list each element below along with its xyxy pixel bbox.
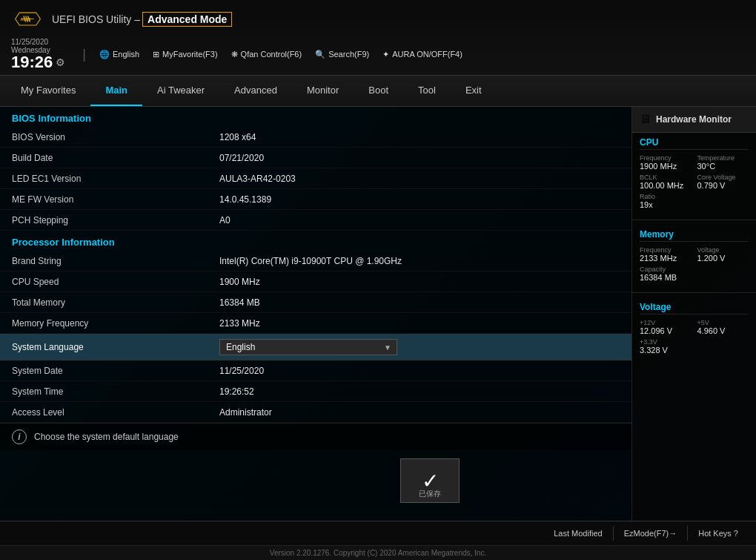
settings-gear-icon[interactable]: ⚙ xyxy=(56,56,65,68)
tab-main[interactable]: Main xyxy=(90,76,142,106)
tab-monitor[interactable]: Monitor xyxy=(292,76,354,106)
hw-divider xyxy=(632,220,756,220)
system-time-value: 19:26:52 xyxy=(219,386,620,397)
system-date-label: System Date xyxy=(12,366,219,376)
copyright-text: Version 2.20.1276. Copyright (C) 2020 Am… xyxy=(0,545,756,560)
datetime-block: 11/25/2020 Wednesday 19:26 ⚙ xyxy=(11,38,65,70)
language-label: English xyxy=(113,50,139,59)
sidebar-item-my-favorites[interactable]: My Favorites xyxy=(6,76,90,106)
cpu-temp-label: Temperature xyxy=(697,154,749,162)
cpu-ratio-label: Ratio xyxy=(640,193,749,200)
me-fw-value: 14.0.45.1389 xyxy=(219,194,620,205)
hw-metric: Ratio 19x xyxy=(640,193,749,209)
system-language-label: System Language xyxy=(12,342,219,352)
table-row: Total Memory 16384 MB xyxy=(0,292,631,313)
system-language-select[interactable]: English Chinese Japanese German French S… xyxy=(219,339,397,355)
hw-memory-metrics: Frequency 2133 MHz Voltage 1.200 V xyxy=(640,246,749,263)
hw-memory-section: Memory Frequency 2133 MHz Voltage 1.200 … xyxy=(632,225,756,288)
total-memory-label: Total Memory xyxy=(12,297,219,308)
cpu-freq-value: 1900 MHz xyxy=(640,162,692,171)
toolbar-aura[interactable]: ✦ AURA ON/OFF(F4) xyxy=(382,50,462,59)
hw-cpu-section: CPU Frequency 1900 MHz Temperature 30°C … xyxy=(632,133,756,215)
last-modified-button[interactable]: Last Modified xyxy=(543,526,613,541)
hw-metric: Temperature 30°C xyxy=(697,154,749,171)
cpu-vcore-label: Core Voltage xyxy=(697,174,749,181)
system-language-row: System Language English Chinese Japanese… xyxy=(0,334,631,360)
system-time-row: System Time 19:26:52 xyxy=(0,381,631,402)
header: ASUS UEFI BIOS Utility – Advanced Mode 1… xyxy=(0,0,756,76)
confirm-popup: ✓ 已保存 xyxy=(400,458,460,503)
hw-monitor-panel: 🖥 Hardware Monitor CPU Frequency 1900 MH… xyxy=(631,107,756,521)
memory-freq-value: 2133 MHz xyxy=(219,318,620,329)
hw-voltage-metrics: +12V 12.096 V +5V 4.960 V xyxy=(640,319,749,335)
fan-icon: ❋ xyxy=(231,50,238,59)
hw-monitor-icon: 🖥 xyxy=(640,113,651,126)
hw-monitor-title: Hardware Monitor xyxy=(656,114,732,125)
tab-advanced[interactable]: Advanced xyxy=(219,76,292,106)
monitor-icon: ⊞ xyxy=(153,50,159,59)
table-row: LED EC1 Version AULA3-AR42-0203 xyxy=(0,168,631,189)
table-row: CPU Speed 1900 MHz xyxy=(0,271,631,292)
tab-exit[interactable]: Exit xyxy=(451,76,497,106)
access-level-row: Access Level Administrator xyxy=(0,402,631,423)
help-text: Choose the system default language xyxy=(34,432,179,442)
pch-stepping-value: A0 xyxy=(219,215,620,225)
total-memory-value: 16384 MB xyxy=(219,297,620,308)
nav-bar: My Favorites Main Ai Tweaker Advanced Mo… xyxy=(0,76,756,107)
table-row: ME FW Version 14.0.45.1389 xyxy=(0,189,631,210)
pch-stepping-label: PCH Stepping xyxy=(12,215,219,225)
cpu-ratio-value: 19x xyxy=(640,200,749,209)
system-language-select-wrapper: English Chinese Japanese German French S… xyxy=(219,339,397,355)
cpu-temp-value: 30°C xyxy=(697,162,749,171)
tab-boot[interactable]: Boot xyxy=(354,76,403,106)
myfavorite-label: MyFavorite(F3) xyxy=(162,50,218,59)
tab-ai-tweaker[interactable]: Ai Tweaker xyxy=(142,76,219,106)
aura-icon: ✦ xyxy=(382,50,389,59)
hw-metric: Frequency 1900 MHz xyxy=(640,154,692,171)
search-label: Search(F9) xyxy=(328,50,369,59)
hot-keys-button[interactable]: Hot Keys ? xyxy=(688,526,749,541)
tab-tool[interactable]: Tool xyxy=(403,76,451,106)
v33-value: 3.328 V xyxy=(640,346,749,355)
led-ec1-label: LED EC1 Version xyxy=(12,174,219,184)
toolbar-language[interactable]: 🌐 English xyxy=(99,50,139,59)
system-date-row: System Date 11/25/2020 xyxy=(0,360,631,381)
table-row: BIOS Version 1208 x64 xyxy=(0,127,631,148)
search-icon: 🔍 xyxy=(315,50,325,59)
bios-section-header: BIOS Information xyxy=(0,107,631,127)
toolbar-myfavorite[interactable]: ⊞ MyFavorite(F3) xyxy=(153,50,218,59)
hw-cpu-metrics: Frequency 1900 MHz Temperature 30°C BCLK… xyxy=(640,154,749,190)
clock-time: 19:26 xyxy=(11,54,53,70)
hw-voltage-section: Voltage +12V 12.096 V +5V 4.960 V +3.3V … xyxy=(632,297,756,360)
brand-string-label: Brand String xyxy=(12,256,219,266)
confirm-saved-label: 已保存 xyxy=(419,489,441,499)
footer: Last Modified EzMode(F7)→ Hot Keys ? Ver… xyxy=(0,521,756,560)
footer-buttons: Last Modified EzMode(F7)→ Hot Keys ? xyxy=(0,521,756,545)
toolbar-qfan[interactable]: ❋ Qfan Control(F6) xyxy=(231,50,302,59)
memory-freq-label: Memory Frequency xyxy=(12,318,219,329)
mem-freq-value: 2133 MHz xyxy=(640,254,692,263)
cpu-bclk-value: 100.00 MHz xyxy=(640,181,692,190)
v5-value: 4.960 V xyxy=(697,326,749,335)
build-date-value: 07/21/2020 xyxy=(219,153,620,163)
date-line1: 11/25/2020 xyxy=(11,38,65,46)
v33-label: +3.3V xyxy=(640,338,749,346)
table-row: Brand String Intel(R) Core(TM) i9-10900T… xyxy=(0,251,631,271)
hw-metric: Frequency 2133 MHz xyxy=(640,246,692,263)
cpu-speed-value: 1900 MHz xyxy=(219,277,620,287)
mem-volt-value: 1.200 V xyxy=(697,254,749,263)
v5-label: +5V xyxy=(697,319,749,326)
access-level-label: Access Level xyxy=(12,407,219,418)
mem-volt-label: Voltage xyxy=(697,246,749,254)
processor-section-header: Processor Information xyxy=(0,231,631,251)
globe-icon: 🌐 xyxy=(99,50,110,59)
hw-divider xyxy=(632,292,756,293)
hw-metric: +12V 12.096 V xyxy=(640,319,692,335)
title-advanced-mode: Advanced Mode xyxy=(142,12,232,27)
toolbar-search[interactable]: 🔍 Search(F9) xyxy=(315,50,369,59)
ez-mode-button[interactable]: EzMode(F7)→ xyxy=(614,526,689,541)
table-row: Memory Frequency 2133 MHz xyxy=(0,313,631,334)
hw-metric: Voltage 1.200 V xyxy=(697,246,749,263)
main-content: BIOS Information BIOS Version 1208 x64 B… xyxy=(0,107,631,521)
content-area: BIOS Information BIOS Version 1208 x64 B… xyxy=(0,107,756,521)
